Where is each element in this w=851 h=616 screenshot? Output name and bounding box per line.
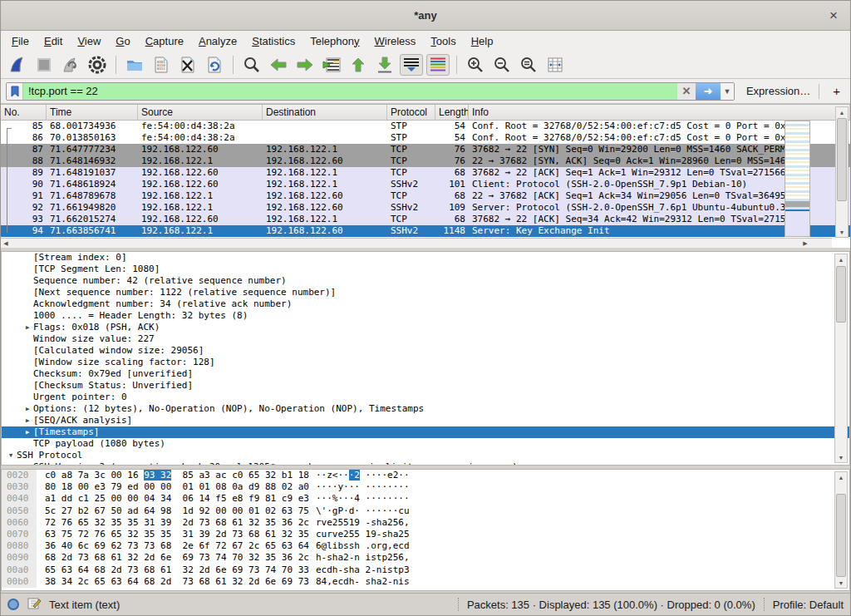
menu-item-view[interactable]: View bbox=[70, 32, 108, 50]
column-header[interactable]: Time bbox=[47, 105, 138, 120]
packet-row[interactable]: 9271.661949820192.168.122.1 192.168.122.… bbox=[1, 202, 850, 214]
expand-arrow-icon[interactable] bbox=[22, 357, 33, 368]
expand-arrow-icon[interactable]: ▶ bbox=[22, 322, 33, 333]
packet-row[interactable]: 9471.663856741192.168.122.1 192.168.122.… bbox=[1, 225, 850, 237]
stop-capture-icon[interactable] bbox=[32, 54, 56, 76]
expression-button[interactable]: Expression… bbox=[746, 85, 810, 97]
intelligent-scrollbar-minimap[interactable] bbox=[785, 121, 810, 237]
close-icon[interactable]: × bbox=[825, 7, 842, 24]
packet-row[interactable]: 9071.648618924192.168.122.60 192.168.122… bbox=[1, 179, 850, 190]
hex-row[interactable]: 0020 c0 a8 7a 3c 00 16 93 32 85 a3 ac c0… bbox=[2, 470, 849, 481]
scroll-up-icon[interactable]: ▲ bbox=[835, 472, 847, 482]
expert-info-icon[interactable] bbox=[7, 599, 19, 610]
apply-filter-icon[interactable]: ➜ bbox=[696, 83, 721, 100]
start-capture-icon[interactable] bbox=[6, 54, 29, 76]
find-packet-icon[interactable] bbox=[240, 54, 263, 76]
hex-row[interactable]: 00b0 38 34 2c 65 63 64 68 2d 73 68 61 32… bbox=[2, 576, 849, 588]
detail-line[interactable]: ▶ SSH Version 2 (encryption:chacha20_pol… bbox=[2, 461, 849, 466]
expand-arrow-icon[interactable]: ▶ bbox=[22, 415, 33, 426]
scroll-down-icon[interactable]: ▼ bbox=[835, 578, 847, 588]
column-header[interactable]: No. bbox=[1, 105, 47, 120]
expand-arrow-icon[interactable] bbox=[22, 345, 33, 357]
expand-arrow-icon[interactable] bbox=[22, 368, 33, 380]
scroll-left-icon[interactable]: ◀ bbox=[1, 239, 11, 248]
go-to-bottom-icon[interactable] bbox=[373, 54, 396, 76]
expand-arrow-icon[interactable] bbox=[22, 333, 33, 345]
scroll-down-icon[interactable]: ▼ bbox=[835, 452, 847, 462]
expand-arrow-icon[interactable]: ▶ bbox=[22, 426, 33, 438]
hex-row[interactable]: 0040 a1 dd c1 25 00 00 04 34 06 14 f5 e8… bbox=[2, 493, 849, 505]
detail-line[interactable]: [Calculated window size: 29056] bbox=[2, 345, 849, 357]
detail-line[interactable]: ▼ SSH Protocol bbox=[2, 450, 849, 461]
menu-item-analyze[interactable]: Analyze bbox=[191, 32, 244, 50]
detail-line[interactable]: ▶ [Timestamps] bbox=[2, 426, 849, 438]
expand-arrow-icon[interactable] bbox=[22, 380, 33, 392]
menu-item-wireless[interactable]: Wireless bbox=[367, 32, 424, 50]
packet-row[interactable]: 9371.662015274192.168.122.60 192.168.122… bbox=[1, 214, 850, 225]
go-back-icon[interactable] bbox=[267, 54, 290, 76]
resize-columns-icon[interactable] bbox=[544, 54, 567, 76]
detail-line[interactable]: 1000 .... = Header Length: 32 bytes (8) bbox=[2, 310, 849, 322]
detail-line[interactable]: Acknowledgment number: 34 (relative ack … bbox=[2, 298, 849, 310]
scrollbar-thumb[interactable] bbox=[836, 266, 846, 323]
packet-list-horizontal-scrollbar[interactable]: ◀ ▶ bbox=[1, 238, 832, 248]
close-file-icon[interactable] bbox=[176, 54, 199, 76]
scroll-up-icon[interactable]: ▲ bbox=[836, 107, 848, 117]
menu-item-file[interactable]: File bbox=[4, 32, 37, 50]
column-header[interactable]: Source bbox=[138, 105, 263, 120]
column-header[interactable]: Destination bbox=[263, 105, 387, 120]
add-filter-button[interactable]: + bbox=[828, 84, 845, 98]
hex-row[interactable]: 0060 72 76 65 32 35 35 31 39 2d 73 68 61… bbox=[2, 517, 849, 529]
detail-line[interactable]: [Checksum Status: Unverified] bbox=[2, 380, 849, 392]
column-header[interactable]: Length bbox=[435, 105, 469, 120]
packet-row[interactable]: 8568.001734936fe:54:00:d4:38:2a STP54 Co… bbox=[1, 121, 850, 132]
detail-line[interactable]: [Next sequence number: 1122 (relative se… bbox=[2, 287, 849, 298]
go-to-packet-icon[interactable] bbox=[320, 54, 343, 76]
menu-item-capture[interactable]: Capture bbox=[138, 32, 191, 50]
detail-line[interactable]: Sequence number: 42 (relative sequence n… bbox=[2, 275, 849, 287]
packet-row[interactable]: 8771.647777234192.168.122.60 192.168.122… bbox=[1, 144, 850, 155]
scrollbar-thumb[interactable] bbox=[836, 494, 846, 577]
expand-arrow-icon[interactable]: ▼ bbox=[5, 450, 17, 461]
hex-row[interactable]: 0050 5c 27 b2 67 50 ad 64 98 1d 92 00 00… bbox=[2, 505, 849, 517]
detail-line[interactable]: ▶ Flags: 0x018 (PSH, ACK) bbox=[2, 322, 849, 333]
expand-arrow-icon[interactable] bbox=[22, 310, 33, 322]
zoom-reset-icon[interactable] bbox=[517, 54, 540, 76]
expand-arrow-icon[interactable] bbox=[22, 392, 33, 403]
menu-item-edit[interactable]: Edit bbox=[37, 32, 70, 50]
expand-arrow-icon[interactable] bbox=[22, 438, 33, 450]
column-header[interactable]: Protocol bbox=[387, 105, 435, 120]
hex-row[interactable]: 00a0 65 63 64 68 2d 73 68 61 32 2d 6e 69… bbox=[2, 564, 849, 576]
zoom-out-icon[interactable] bbox=[490, 54, 514, 76]
restart-capture-icon[interactable] bbox=[59, 54, 82, 76]
colorize-packets-icon[interactable] bbox=[426, 54, 450, 76]
detail-line[interactable]: ▶ Options: (12 bytes), No-Operation (NOP… bbox=[2, 403, 849, 415]
hex-row[interactable]: 0080 36 40 6c 69 62 73 73 68 2e 6f 72 67… bbox=[2, 540, 849, 552]
menu-item-help[interactable]: Help bbox=[464, 32, 501, 50]
title-bar[interactable]: *any × bbox=[1, 1, 850, 31]
expand-arrow-icon[interactable]: ▶ bbox=[22, 403, 33, 415]
expand-arrow-icon[interactable] bbox=[22, 298, 33, 310]
clear-filter-icon[interactable]: ✕ bbox=[677, 83, 696, 100]
packet-row[interactable]: 8871.648146932192.168.122.1 192.168.122.… bbox=[1, 155, 850, 167]
profile-label[interactable]: Profile: Default bbox=[773, 599, 844, 611]
hex-row[interactable]: 0090 68 2d 73 68 61 32 2d 6e 69 73 74 70… bbox=[2, 552, 849, 564]
detail-line[interactable]: Urgent pointer: 0 bbox=[2, 392, 849, 403]
scroll-down-icon[interactable]: ▼ bbox=[836, 227, 848, 237]
menu-item-tools[interactable]: Tools bbox=[423, 32, 463, 50]
open-file-icon[interactable] bbox=[123, 54, 146, 76]
go-to-top-icon[interactable] bbox=[347, 54, 370, 76]
detail-line[interactable]: Checksum: 0x79ed [unverified] bbox=[2, 368, 849, 380]
expand-arrow-icon[interactable] bbox=[22, 275, 33, 287]
scrollbar-thumb[interactable] bbox=[837, 118, 847, 201]
menu-item-statistics[interactable]: Statistics bbox=[244, 32, 303, 50]
expand-arrow-icon[interactable]: ▶ bbox=[22, 461, 33, 466]
bookmark-icon[interactable] bbox=[7, 83, 23, 100]
go-forward-icon[interactable] bbox=[293, 54, 317, 76]
filter-dropdown-icon[interactable]: ▼ bbox=[721, 83, 734, 100]
column-header[interactable]: Info bbox=[469, 105, 850, 120]
detail-line[interactable]: Window size value: 227 bbox=[2, 333, 849, 345]
save-file-icon[interactable]: 010101100111 bbox=[150, 54, 173, 76]
scroll-up-icon[interactable]: ▲ bbox=[835, 254, 847, 264]
packet-row[interactable]: 8670.013850163fe:54:00:d4:38:2a STP54 Co… bbox=[1, 132, 850, 144]
